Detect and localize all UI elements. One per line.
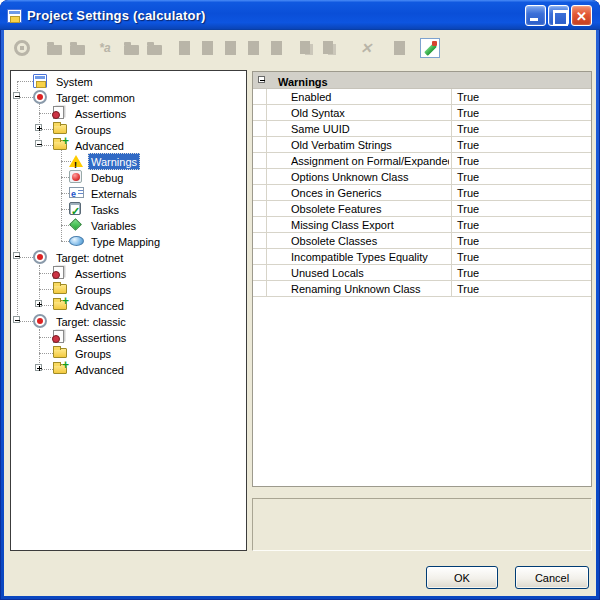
property-name[interactable]: Onces in Generics bbox=[291, 185, 449, 201]
folder-icon[interactable] bbox=[145, 38, 165, 58]
tree-item[interactable]: System bbox=[11, 73, 246, 89]
property-name[interactable]: Enabled bbox=[291, 89, 449, 105]
document-icon[interactable] bbox=[198, 38, 218, 58]
property-row[interactable]: Enabled True bbox=[253, 89, 591, 105]
tree-item[interactable]: Advanced bbox=[11, 361, 246, 377]
close-icon[interactable] bbox=[571, 5, 592, 26]
tree-expander-icon[interactable] bbox=[35, 140, 42, 147]
property-name[interactable]: Incompatible Types Equality bbox=[291, 249, 449, 265]
document-icon[interactable] bbox=[267, 38, 287, 58]
tree-expander-icon[interactable] bbox=[13, 252, 20, 259]
property-value[interactable]: True bbox=[457, 89, 479, 105]
property-row[interactable]: Renaming Unknown Class True bbox=[253, 281, 591, 297]
property-name[interactable]: Old Syntax bbox=[291, 105, 449, 121]
tree-item[interactable]: Target: common bbox=[11, 89, 246, 105]
property-value[interactable]: True bbox=[457, 137, 479, 153]
tree-item[interactable]: Target: dotnet bbox=[11, 249, 246, 265]
tree-item[interactable]: Groups bbox=[11, 345, 246, 361]
tree-item-label[interactable]: Externals bbox=[88, 185, 140, 202]
tree-item-label[interactable]: Target: common bbox=[53, 89, 138, 106]
tree-expander-icon[interactable] bbox=[35, 124, 42, 131]
tree-item[interactable]: Groups bbox=[11, 281, 246, 297]
property-row[interactable]: Same UUID True bbox=[253, 121, 591, 137]
cancel-button[interactable]: Cancel bbox=[515, 566, 589, 589]
tree-item-label[interactable]: Groups bbox=[72, 281, 114, 298]
property-row[interactable]: Obsolete Features True bbox=[253, 201, 591, 217]
stop-icon[interactable] bbox=[12, 38, 32, 58]
maximize-icon[interactable] bbox=[548, 5, 569, 26]
tree-expander-icon[interactable] bbox=[13, 316, 20, 323]
tree-item-label[interactable]: Assertions bbox=[72, 329, 129, 346]
ok-button[interactable]: OK bbox=[426, 566, 498, 589]
property-value[interactable]: True bbox=[457, 265, 479, 281]
tree-item[interactable]: Assertions bbox=[11, 329, 246, 345]
tree-item[interactable]: Advanced bbox=[11, 297, 246, 313]
property-name[interactable]: Renaming Unknown Class bbox=[291, 281, 449, 297]
tree-item-label[interactable]: Tasks bbox=[88, 201, 122, 218]
delete-icon[interactable] bbox=[356, 38, 376, 58]
tree-expander-icon[interactable] bbox=[35, 364, 42, 371]
tree-item-label[interactable]: Advanced bbox=[72, 361, 127, 378]
tree-item-label[interactable]: Type Mapping bbox=[88, 233, 163, 250]
tree-item[interactable]: Assertions bbox=[11, 265, 246, 281]
tree-item-label[interactable]: Warnings bbox=[88, 153, 140, 170]
property-name[interactable]: Obsolete Classes bbox=[291, 233, 449, 249]
property-category-row[interactable]: Warnings bbox=[253, 72, 591, 89]
edit-icon[interactable] bbox=[420, 38, 440, 58]
document-icon[interactable] bbox=[390, 38, 410, 58]
property-value[interactable]: True bbox=[457, 217, 479, 233]
property-value[interactable]: True bbox=[457, 121, 479, 137]
document-icon[interactable] bbox=[244, 38, 264, 58]
property-row[interactable]: Obsolete Classes True bbox=[253, 233, 591, 249]
tree-expander-icon[interactable] bbox=[13, 92, 20, 99]
property-name[interactable]: Obsolete Features bbox=[291, 201, 449, 217]
property-row[interactable]: Unused Locals True bbox=[253, 265, 591, 281]
minimize-icon[interactable] bbox=[525, 5, 546, 26]
tree-item-label[interactable]: Target: classic bbox=[53, 313, 129, 330]
property-name[interactable]: Same UUID bbox=[291, 121, 449, 137]
documents-icon[interactable] bbox=[297, 38, 317, 58]
folder-icon[interactable] bbox=[45, 38, 65, 58]
folder-icon[interactable] bbox=[122, 38, 142, 58]
property-row[interactable]: Missing Class Export True bbox=[253, 217, 591, 233]
tree-item[interactable]: Debug bbox=[11, 169, 246, 185]
tree-item-label[interactable]: Groups bbox=[72, 121, 114, 138]
property-row[interactable]: Onces in Generics True bbox=[253, 185, 591, 201]
tree-item-label[interactable]: Advanced bbox=[72, 137, 127, 154]
property-value[interactable]: True bbox=[457, 105, 479, 121]
tree-item[interactable]: Target: classic bbox=[11, 313, 246, 329]
tree-item-label[interactable]: Debug bbox=[88, 169, 126, 186]
property-value[interactable]: True bbox=[457, 249, 479, 265]
property-name[interactable]: Options Unknown Class bbox=[291, 169, 449, 185]
property-row[interactable]: Options Unknown Class True bbox=[253, 169, 591, 185]
property-row[interactable]: Old Verbatim Strings True bbox=[253, 137, 591, 153]
tree-item[interactable]: Warnings bbox=[11, 153, 246, 169]
tree-item-label[interactable]: Advanced bbox=[72, 297, 127, 314]
tree-item-label[interactable]: Assertions bbox=[72, 265, 129, 282]
tree-item[interactable]: Groups bbox=[11, 121, 246, 137]
property-name[interactable]: Missing Class Export bbox=[291, 217, 449, 233]
documents-icon[interactable] bbox=[320, 38, 340, 58]
property-value[interactable]: True bbox=[457, 153, 479, 169]
property-value[interactable]: True bbox=[457, 233, 479, 249]
property-grid[interactable]: Warnings Enabled True Old Syntax True bbox=[252, 71, 592, 487]
folder-icon[interactable] bbox=[68, 38, 88, 58]
property-value[interactable]: True bbox=[457, 185, 479, 201]
tree-item-label[interactable]: System bbox=[53, 73, 96, 90]
property-row[interactable]: Assignment on Formal/Expanded True bbox=[253, 153, 591, 169]
tree-item-label[interactable]: Assertions bbox=[72, 105, 129, 122]
tree-item[interactable]: Assertions bbox=[11, 105, 246, 121]
property-name[interactable]: Unused Locals bbox=[291, 265, 449, 281]
tree-item-label[interactable]: Groups bbox=[72, 345, 114, 362]
tree-item[interactable]: Advanced bbox=[11, 137, 246, 153]
document-icon[interactable] bbox=[175, 38, 195, 58]
property-row[interactable]: Incompatible Types Equality True bbox=[253, 249, 591, 265]
tree-item[interactable]: Type Mapping bbox=[11, 233, 246, 249]
tree-item[interactable]: Externals bbox=[11, 185, 246, 201]
tree-item[interactable]: Variables bbox=[11, 217, 246, 233]
titlebar[interactable]: Project Settings (calculator) bbox=[0, 0, 600, 30]
property-value[interactable]: True bbox=[457, 201, 479, 217]
property-row[interactable]: Old Syntax True bbox=[253, 105, 591, 121]
tree-item[interactable]: Tasks bbox=[11, 201, 246, 217]
document-icon[interactable] bbox=[221, 38, 241, 58]
